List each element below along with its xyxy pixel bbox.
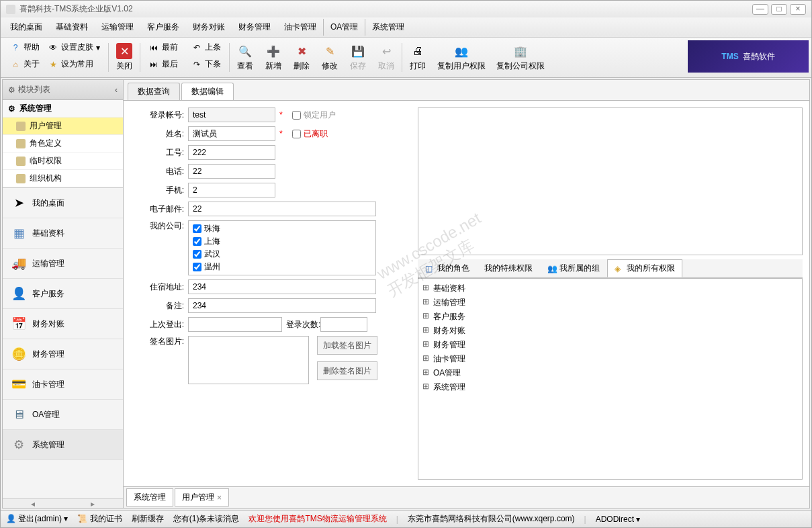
company-item[interactable]: 温州	[190, 261, 374, 273]
tree-item-role[interactable]: 角色定义	[3, 135, 123, 152]
tree-root-system[interactable]: ⚙系统管理	[3, 100, 123, 118]
nav-transport[interactable]: 🚚运输管理	[3, 249, 123, 279]
bottom-tab-system[interactable]: 系统管理	[126, 488, 173, 507]
edit-button[interactable]: ✎修改	[316, 40, 344, 75]
menu-customer[interactable]: 客户服务	[140, 19, 186, 36]
input-email[interactable]	[188, 202, 376, 216]
prev-button[interactable]: ↶上条	[189, 40, 224, 54]
nav-desktop[interactable]: ➤我的桌面	[3, 188, 123, 218]
label-remark: 备注:	[130, 300, 184, 312]
delete-signature-button[interactable]: 删除签名图片	[317, 361, 377, 380]
signature-image	[188, 336, 309, 384]
menu-desktop[interactable]: 我的桌面	[3, 19, 49, 36]
menu-finance-mgmt[interactable]: 财务管理	[232, 19, 277, 36]
input-phone[interactable]	[188, 164, 275, 179]
menu-oa[interactable]: OA管理	[323, 19, 365, 36]
scroll-right[interactable]: ▸	[63, 499, 124, 508]
view-button[interactable]: 🔍查看	[231, 40, 259, 75]
nav-system[interactable]: ⚙系统管理	[3, 430, 123, 460]
perm-item[interactable]: 客户服务	[421, 310, 799, 324]
nav-oa[interactable]: 🖥OA管理	[3, 400, 123, 430]
ado-button[interactable]: ADODirect ▾	[596, 515, 641, 524]
input-empno[interactable]	[188, 145, 275, 160]
company-item[interactable]: 武汉	[190, 248, 374, 261]
tab-edit[interactable]: 数据编辑	[181, 83, 234, 100]
input-mobile[interactable]	[188, 183, 275, 197]
perm-item[interactable]: 财务对账	[421, 324, 799, 338]
nav-customer[interactable]: 👤客户服务	[3, 279, 123, 309]
tree-item-user-mgmt[interactable]: 用户管理	[3, 118, 123, 135]
sidebar-scroll: ◂ ▸	[3, 498, 123, 508]
tree-item-org[interactable]: 组织机构	[3, 170, 123, 187]
bottom-tab-user[interactable]: 用户管理×	[175, 488, 229, 507]
group-icon: 👥	[547, 264, 557, 273]
nav-fin-mgmt[interactable]: 🪙财务管理	[3, 339, 123, 369]
input-remark[interactable]	[188, 298, 376, 313]
folder-icon	[16, 174, 26, 183]
checkbox-locked[interactable]: 锁定用户	[292, 109, 336, 121]
tab-query[interactable]: 数据查询	[128, 83, 180, 100]
input-address[interactable]	[188, 279, 376, 294]
add-button[interactable]: ➕新增	[259, 40, 287, 75]
input-name[interactable]	[188, 126, 275, 141]
perm-item[interactable]: 基础资料	[421, 281, 799, 296]
maximize-button[interactable]: □	[771, 4, 787, 15]
delete-icon: ✖	[294, 43, 310, 59]
nav-basic[interactable]: ▦基础资料	[3, 218, 123, 249]
cancel-button: ↩取消	[372, 40, 400, 75]
menu-fuelcard[interactable]: 油卡管理	[277, 19, 323, 36]
input-logincount[interactable]	[320, 317, 367, 332]
chevron-left-icon[interactable]: ‹	[115, 85, 118, 95]
tree-item-temp-perm[interactable]: 临时权限	[3, 152, 123, 170]
cert-button[interactable]: 📜 我的证书	[77, 513, 122, 525]
scroll-left[interactable]: ◂	[3, 499, 63, 508]
tab-all-perm[interactable]: ◈我的所有权限	[607, 259, 682, 277]
perm-item[interactable]: 系统管理	[421, 380, 799, 394]
unread-msg[interactable]: 您有(1)条未读消息	[173, 513, 240, 525]
refresh-button[interactable]: 刷新缓存	[132, 513, 164, 525]
menu-finance-recon[interactable]: 财务对账	[186, 19, 232, 36]
set-common-button[interactable]: ★设为常用	[45, 57, 96, 71]
tab-my-groups[interactable]: 👥我所属的组	[540, 259, 607, 277]
perm-item[interactable]: OA管理	[421, 366, 799, 380]
label-phone: 电话:	[130, 166, 184, 177]
form-area: 登录帐号: * 锁定用户 姓名: * 已离职 工号: 电话: 手机: 电子邮件:	[124, 101, 809, 486]
close-button[interactable]: ✕关闭	[110, 40, 138, 75]
nav-fin-recon[interactable]: 📅财务对账	[3, 309, 123, 339]
nav-fuelcard[interactable]: 💳油卡管理	[3, 369, 123, 400]
truck-icon: 🚚	[11, 255, 27, 271]
menu-system[interactable]: 系统管理	[365, 19, 411, 36]
perm-item[interactable]: 油卡管理	[421, 352, 799, 366]
company-item[interactable]: 上海	[190, 235, 374, 248]
company-text: 东莞市喜鹊网络科技有限公司(www.xqerp.com)	[408, 513, 575, 525]
close-tab-icon[interactable]: ×	[217, 493, 222, 502]
print-button[interactable]: 🖨打印	[404, 40, 432, 75]
delete-button[interactable]: ✖删除	[287, 40, 316, 75]
skin-button[interactable]: 👁设置皮肤▾	[45, 40, 103, 54]
menu-basic[interactable]: 基础资料	[49, 19, 95, 36]
card-icon: 💳	[11, 376, 27, 392]
close-window-button[interactable]: ×	[790, 4, 806, 15]
next-button[interactable]: ↷下条	[189, 57, 224, 71]
about-button[interactable]: ⌂关于	[7, 57, 42, 71]
copy-user-perm-button[interactable]: 👥复制用户权限	[432, 40, 491, 75]
help-button[interactable]: ?帮助	[7, 40, 42, 54]
menu-transport[interactable]: 运输管理	[95, 19, 140, 36]
tab-special-perm[interactable]: 我的特殊权限	[477, 259, 540, 277]
checkbox-resigned[interactable]: 已离职	[292, 128, 328, 140]
first-button[interactable]: ⏮最前	[146, 40, 181, 54]
save-icon: 💾	[350, 43, 366, 59]
logout-button[interactable]: 👤 登出(admin) ▾	[6, 513, 68, 525]
perm-item[interactable]: 运输管理	[421, 296, 799, 310]
last-button[interactable]: ⏭最后	[146, 57, 181, 71]
perm-item[interactable]: 财务管理	[421, 338, 799, 352]
company-item[interactable]: 珠海	[190, 222, 374, 235]
copy-company-perm-button[interactable]: 🏢复制公司权限	[491, 40, 550, 75]
star-icon: ★	[48, 59, 58, 70]
label-logincount: 登录次数:	[286, 319, 320, 331]
input-lastlogin[interactable]	[188, 317, 282, 332]
load-signature-button[interactable]: 加载签名图片	[317, 336, 377, 355]
input-account[interactable]	[188, 107, 275, 122]
tab-my-roles[interactable]: ◫我的角色	[418, 259, 477, 277]
minimize-button[interactable]: —	[752, 4, 768, 15]
